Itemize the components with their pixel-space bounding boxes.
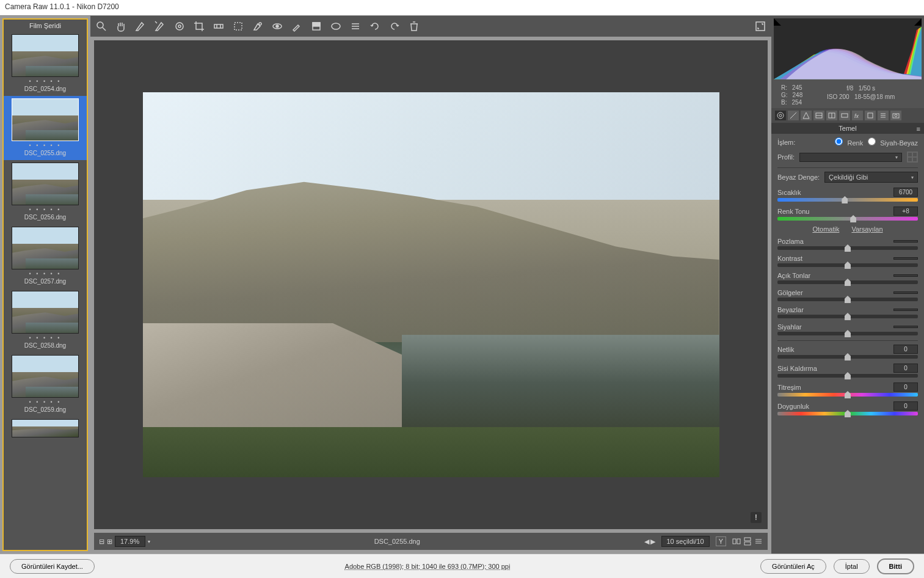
compare-icon[interactable] xyxy=(732,537,741,546)
filmstrip-item[interactable]: • • • • • DSC_0255.dng xyxy=(4,96,87,160)
zoom-tool-icon[interactable] xyxy=(95,20,107,32)
shadows-slider[interactable]: Gölgeler xyxy=(777,289,918,301)
panel-header: Temel ≡ xyxy=(771,123,924,134)
thumbnail[interactable] xyxy=(12,227,79,269)
svg-rect-33 xyxy=(868,113,873,118)
filmstrip-items: • • • • • DSC_0254.dng • • • • • DSC_025… xyxy=(4,32,87,550)
rating-dots[interactable]: • • • • • xyxy=(6,205,84,214)
warning-icon[interactable]: ! xyxy=(751,512,762,523)
default-button[interactable]: Varsayılan xyxy=(851,225,882,233)
tab-basic-icon[interactable] xyxy=(775,111,786,120)
tab-detail-icon[interactable] xyxy=(801,111,812,120)
white-balance-tool-icon[interactable] xyxy=(134,20,147,32)
svg-point-13 xyxy=(332,23,340,29)
filmstrip-item[interactable] xyxy=(4,417,87,440)
zoom-in-icon[interactable]: ⊞ xyxy=(107,538,112,546)
workspace: Film Şeridi • • • • • DSC_0254.dng • • •… xyxy=(0,16,924,554)
blacks-slider[interactable]: Siyahlar xyxy=(777,323,918,335)
tint-slider[interactable]: Renk Tonu+8 xyxy=(777,207,918,221)
contrast-slider[interactable]: Kontrast xyxy=(777,255,918,267)
svg-point-25 xyxy=(777,112,784,119)
preview-image[interactable] xyxy=(143,92,719,477)
tab-calibration-icon[interactable] xyxy=(865,111,876,120)
filmstrip-item[interactable]: • • • • • DSC_0259.dng xyxy=(4,353,87,417)
tab-lens-icon[interactable] xyxy=(839,111,850,120)
hand-tool-icon[interactable] xyxy=(115,20,127,32)
svg-point-26 xyxy=(779,114,782,117)
fullscreen-icon[interactable] xyxy=(754,20,766,32)
rotate-ccw-icon[interactable] xyxy=(369,20,381,32)
graduated-filter-icon[interactable] xyxy=(310,20,322,32)
zoom-dropdown-icon[interactable]: ▾ xyxy=(148,539,150,544)
wb-select[interactable]: Çekildiği Gibi▾ xyxy=(824,172,918,183)
saturation-slider[interactable]: Doygunluk0 xyxy=(777,401,918,415)
tab-split-icon[interactable] xyxy=(826,111,837,120)
thumbnail[interactable] xyxy=(12,34,79,77)
filmstrip-item[interactable]: • • • • • DSC_0256.dng xyxy=(4,160,87,224)
workflow-link[interactable]: Adobe RGB (1998); 8 bit; 1040 ile 693 (0… xyxy=(102,563,753,570)
filmstrip-item[interactable]: • • • • • DSC_0254.dng xyxy=(4,32,87,96)
crop-tool-icon[interactable] xyxy=(193,20,205,32)
save-images-button[interactable]: Görüntüleri Kaydet... xyxy=(10,559,95,574)
preview-area[interactable]: ! xyxy=(94,40,768,529)
filmstrip-item[interactable]: • • • • • DSC_0258.dng xyxy=(4,288,87,353)
rating-dots[interactable]: • • • • • xyxy=(6,269,84,278)
thumbnail[interactable] xyxy=(12,355,79,398)
whites-slider[interactable]: Beyazlar xyxy=(777,306,918,318)
rating-dots[interactable]: • • • • • xyxy=(6,398,84,406)
histogram[interactable] xyxy=(774,18,922,79)
preview-toggle[interactable]: Y xyxy=(716,536,726,546)
list-view-icon[interactable] xyxy=(349,20,362,32)
exposure-slider[interactable]: Pozlama xyxy=(777,238,918,250)
next-image-icon[interactable]: ▶ xyxy=(650,538,655,546)
panel-menu-icon[interactable]: ≡ xyxy=(917,125,920,133)
profile-browser-icon[interactable] xyxy=(907,152,918,163)
auto-button[interactable]: Otomatik xyxy=(812,225,839,233)
dehaze-slider[interactable]: Sisi Kaldırma0 xyxy=(777,364,918,378)
tab-fx-icon[interactable]: fx xyxy=(852,111,863,120)
spot-removal-tool-icon[interactable] xyxy=(252,20,264,32)
transform-tool-icon[interactable] xyxy=(232,20,244,32)
rgb-values: R:245 G:248 B:254 xyxy=(781,84,802,106)
radio-bw[interactable]: Siyah-Beyaz xyxy=(868,137,918,147)
zoom-level[interactable]: 17.9% xyxy=(115,536,145,547)
thumbnail[interactable] xyxy=(12,98,79,141)
vibrance-slider[interactable]: Titreşim0 xyxy=(777,382,918,397)
highlights-slider[interactable]: Açık Tonlar xyxy=(777,272,918,284)
color-sampler-tool-icon[interactable] xyxy=(154,20,166,32)
filmstrip: Film Şeridi • • • • • DSC_0254.dng • • •… xyxy=(2,18,88,551)
prev-image-icon[interactable]: ◀ xyxy=(644,538,649,546)
tab-curve-icon[interactable] xyxy=(788,111,799,120)
svg-point-0 xyxy=(97,22,103,28)
adjustment-brush-icon[interactable] xyxy=(291,20,303,32)
clarity-slider[interactable]: Netlik0 xyxy=(777,345,918,359)
rating-dots[interactable]: • • • • • xyxy=(6,141,84,150)
cancel-button[interactable]: İptal xyxy=(834,559,870,574)
zoom-out-icon[interactable]: ⊟ xyxy=(99,538,104,546)
svg-line-1 xyxy=(103,27,106,31)
thumbnail[interactable] xyxy=(12,163,79,205)
trash-icon[interactable] xyxy=(408,20,420,32)
selection-count[interactable]: 10 seçildi/10 xyxy=(661,536,710,547)
radial-filter-icon[interactable] xyxy=(330,20,342,32)
tab-hsl-icon[interactable] xyxy=(813,111,824,120)
thumbnail[interactable] xyxy=(12,291,79,334)
radio-color[interactable]: Renk xyxy=(835,137,863,147)
rotate-cw-icon[interactable] xyxy=(388,20,401,32)
thumbnail[interactable] xyxy=(12,419,79,437)
open-images-button[interactable]: Görüntüleri Aç xyxy=(760,559,826,574)
profile-select[interactable]: ▾ xyxy=(799,153,902,162)
rating-dots[interactable]: • • • • • xyxy=(6,334,84,342)
straighten-tool-icon[interactable] xyxy=(213,20,225,32)
compare-horiz-icon[interactable] xyxy=(743,537,752,546)
tab-presets-icon[interactable] xyxy=(878,111,889,120)
targeted-adjust-tool-icon[interactable] xyxy=(173,20,186,32)
rating-dots[interactable]: • • • • • xyxy=(6,77,84,86)
red-eye-tool-icon[interactable] xyxy=(271,20,283,32)
compare-menu-icon[interactable] xyxy=(754,537,763,546)
svg-text:fx: fx xyxy=(854,113,859,119)
done-button[interactable]: Bitti xyxy=(877,558,914,574)
filmstrip-item[interactable]: • • • • • DSC_0257.dng xyxy=(4,224,87,288)
tab-snapshots-icon[interactable] xyxy=(890,111,901,120)
temperature-slider[interactable]: Sıcaklık6700 xyxy=(777,188,918,202)
